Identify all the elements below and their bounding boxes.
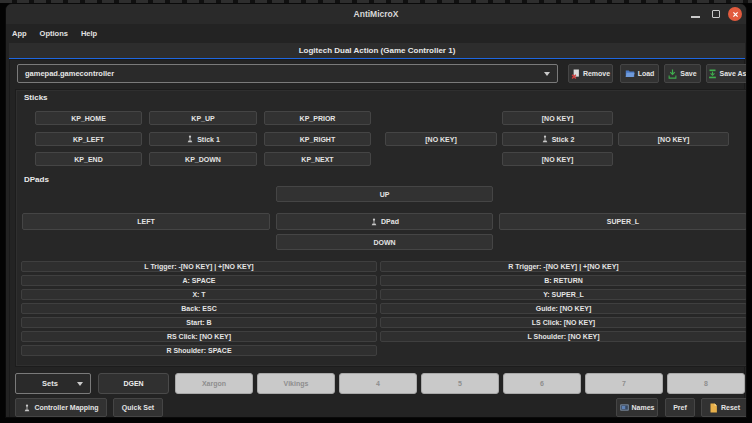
dpad-center-button[interactable]: DPad xyxy=(276,213,493,230)
set-tab-4[interactable]: 4 xyxy=(339,373,417,394)
window-title: AntiMicroX xyxy=(6,4,746,24)
mapping-rs-click-button[interactable]: RS Click: [NO KEY] xyxy=(21,331,377,342)
sets-combobox-label: Sets xyxy=(23,379,77,388)
set-tab-2-xargon[interactable]: Xargon xyxy=(175,373,253,394)
quick-set-button[interactable]: Quick Set xyxy=(113,398,163,417)
dpad-left-button[interactable]: LEFT xyxy=(22,213,270,230)
stick2-center-button[interactable]: Stick 2 xyxy=(502,132,613,146)
menu-options[interactable]: Options xyxy=(40,29,68,38)
stick1-up-button[interactable]: KP_UP xyxy=(149,111,257,125)
menu-app[interactable]: App xyxy=(12,29,27,38)
mapping-y-button[interactable]: Y: SUPER_L xyxy=(380,289,747,300)
stick2-center-label: Stick 2 xyxy=(552,136,575,143)
mapping-r-shoulder-button[interactable]: R Shoulder: SPACE xyxy=(21,345,377,356)
set-tab-7[interactable]: 7 xyxy=(585,373,663,394)
controller-panel: Sticks KP_HOME KP_UP KP_PRIOR KP_LEFT St… xyxy=(15,89,747,367)
maximize-icon[interactable] xyxy=(712,10,720,18)
mapping-a-button[interactable]: A: SPACE xyxy=(21,275,377,286)
sets-combobox[interactable]: Sets xyxy=(15,373,91,394)
mapping-l-trigger-button[interactable]: L Trigger: -[NO KEY] | +[NO KEY] xyxy=(21,261,377,272)
sticks-section-label: Sticks xyxy=(24,93,48,102)
reset-icon xyxy=(709,403,718,413)
controller-mapping-button[interactable]: Controller Mapping xyxy=(15,398,107,417)
set-tab-1-dgen[interactable]: DGEN xyxy=(98,373,169,394)
save-button[interactable]: Save xyxy=(664,64,701,83)
remove-icon xyxy=(571,69,580,79)
menubar: App Options Help xyxy=(6,24,746,42)
save-as-icon xyxy=(708,69,717,79)
pref-button[interactable]: Pref xyxy=(665,398,695,417)
menu-help[interactable]: Help xyxy=(81,29,97,38)
stick1-down-button[interactable]: KP_DOWN xyxy=(149,152,257,166)
close-x-glyph xyxy=(732,11,739,18)
stick1-up-left-button[interactable]: KP_HOME xyxy=(35,111,142,125)
set-tab-8[interactable]: 8 xyxy=(667,373,745,394)
dpad-center-label: DPad xyxy=(381,218,399,225)
joystick-icon xyxy=(541,135,549,143)
mapping-r-trigger-button[interactable]: R Trigger: -[NO KEY] | +[NO KEY] xyxy=(380,261,747,272)
tab-controller[interactable]: Logitech Dual Action (Game Controller 1) xyxy=(9,43,745,58)
names-button[interactable]: Names xyxy=(616,398,658,417)
stick1-center-label: Stick 1 xyxy=(197,136,220,143)
dpad-down-button[interactable]: DOWN xyxy=(276,234,493,250)
chevron-down-icon xyxy=(544,72,550,76)
mapping-ls-click-button[interactable]: LS Click: [NO KEY] xyxy=(380,317,747,328)
joystick-icon xyxy=(23,404,31,412)
stick1-left-button[interactable]: KP_LEFT xyxy=(35,132,142,146)
profile-combobox-value: gamepad.gamecontroller xyxy=(25,69,114,78)
set-tab-3-vikings[interactable]: Vikings xyxy=(257,373,335,394)
mapping-b-button[interactable]: B: RETURN xyxy=(380,275,747,286)
load-icon xyxy=(625,69,635,78)
chevron-down-icon xyxy=(77,382,83,386)
joystick-icon xyxy=(370,218,378,226)
close-icon[interactable] xyxy=(728,7,742,21)
titlebar: AntiMicroX xyxy=(6,4,746,24)
stick2-right-button[interactable]: [NO KEY] xyxy=(618,132,729,146)
mapping-back-button[interactable]: Back: ESC xyxy=(21,303,377,314)
stick2-left-button[interactable]: [NO KEY] xyxy=(385,132,497,146)
controller-mapping-label: Controller Mapping xyxy=(34,404,98,411)
dpads-section-label: DPads xyxy=(24,175,49,184)
minimize-icon[interactable] xyxy=(691,16,700,18)
save-button-label: Save xyxy=(680,70,696,77)
remove-button[interactable]: Remove xyxy=(568,64,613,83)
stick1-up-right-button[interactable]: KP_PRIOR xyxy=(264,111,371,125)
load-button-label: Load xyxy=(638,70,655,77)
names-icon xyxy=(620,403,629,412)
reset-button-label: Reset xyxy=(721,404,740,411)
profile-combobox[interactable]: gamepad.gamecontroller xyxy=(17,64,558,83)
app-window: AntiMicroX App Options Help Logitech Dua… xyxy=(5,3,747,418)
load-button[interactable]: Load xyxy=(620,64,659,83)
set-tab-5[interactable]: 5 xyxy=(421,373,499,394)
mapping-start-button[interactable]: Start: B xyxy=(21,317,377,328)
mapping-l-shoulder-button[interactable]: L Shoulder: [NO KEY] xyxy=(380,331,747,342)
stick1-center-button[interactable]: Stick 1 xyxy=(149,132,257,146)
joystick-icon xyxy=(186,135,194,143)
set-tab-6[interactable]: 6 xyxy=(503,373,581,394)
stick2-up-button[interactable]: [NO KEY] xyxy=(502,111,613,125)
reset-button[interactable]: Reset xyxy=(701,398,747,417)
names-button-label: Names xyxy=(632,404,655,411)
save-as-button[interactable]: Save As xyxy=(706,64,747,83)
stick1-down-right-button[interactable]: KP_NEXT xyxy=(264,152,371,166)
dpad-up-button[interactable]: UP xyxy=(276,186,493,202)
mapping-x-button[interactable]: X: T xyxy=(21,289,377,300)
stick2-down-button[interactable]: [NO KEY] xyxy=(502,152,613,166)
remove-button-label: Remove xyxy=(583,70,610,77)
save-icon xyxy=(668,69,677,79)
stick1-down-left-button[interactable]: KP_END xyxy=(35,152,142,166)
dpad-right-button[interactable]: SUPER_L xyxy=(499,213,747,230)
mapping-guide-button[interactable]: Guide: [NO KEY] xyxy=(380,303,747,314)
stick1-right-button[interactable]: KP_RIGHT xyxy=(264,132,371,146)
save-as-button-label: Save As xyxy=(720,70,747,77)
